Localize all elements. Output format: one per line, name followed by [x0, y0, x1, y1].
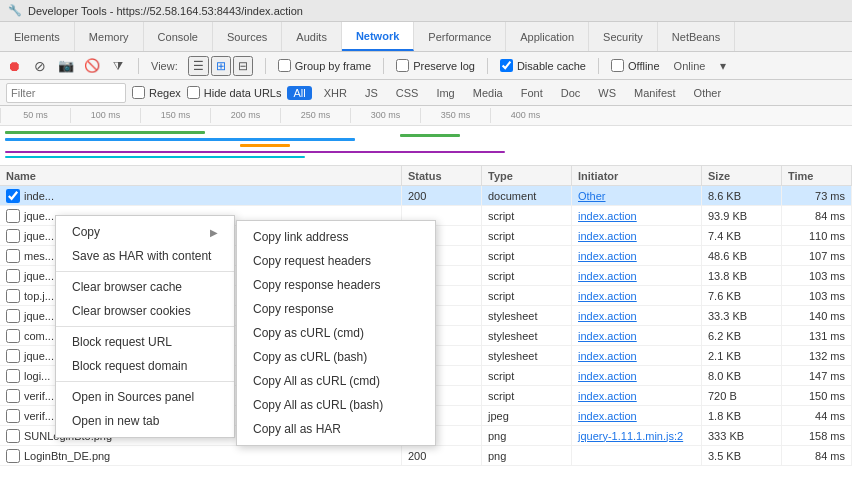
row-name: jque...: [24, 230, 54, 242]
tab-elements[interactable]: Elements: [0, 22, 75, 51]
filter-other[interactable]: Other: [688, 86, 728, 100]
row-checkbox[interactable]: [6, 289, 20, 303]
ctx-copy-curl-bash[interactable]: Copy as cURL (bash): [237, 345, 435, 369]
ctx-block-domain[interactable]: Block request domain: [56, 354, 234, 378]
th-type: Type: [482, 166, 572, 185]
list-view-btn[interactable]: ☰: [188, 56, 209, 76]
th-initiator: Initiator: [572, 166, 702, 185]
tab-application[interactable]: Application: [506, 22, 589, 51]
td-time: 73 ms: [782, 186, 852, 205]
offline-checkbox[interactable]: [611, 59, 624, 72]
tab-security[interactable]: Security: [589, 22, 658, 51]
ctx-copy-response[interactable]: Copy response: [237, 297, 435, 321]
tab-console[interactable]: Console: [144, 22, 213, 51]
td-initiator[interactable]: index.action: [572, 366, 702, 385]
row-checkbox[interactable]: [6, 249, 20, 263]
td-name: LoginBtn_DE.png: [0, 446, 402, 465]
td-initiator[interactable]: index.action: [572, 246, 702, 265]
filter-font[interactable]: Font: [515, 86, 549, 100]
tab-audits[interactable]: Audits: [282, 22, 342, 51]
ctx-clear-cache[interactable]: Clear browser cache: [56, 275, 234, 299]
td-initiator[interactable]: index.action: [572, 266, 702, 285]
ctx-open-tab[interactable]: Open in new tab: [56, 409, 234, 433]
ctx-copy-all-curl-bash[interactable]: Copy All as cURL (bash): [237, 393, 435, 417]
preserve-log-label: Preserve log: [413, 60, 475, 72]
clear-button[interactable]: 🚫: [84, 58, 100, 74]
tick-6: 300 ms: [350, 108, 420, 123]
td-initiator[interactable]: index.action: [572, 306, 702, 325]
row-checkbox[interactable]: [6, 349, 20, 363]
filter-css[interactable]: CSS: [390, 86, 425, 100]
ctx-open-sources[interactable]: Open in Sources panel: [56, 385, 234, 409]
table-row[interactable]: LoginBtn_DE.png 200 png 3.5 KB 84 ms: [0, 446, 852, 466]
table-row[interactable]: inde... 200 document Other 8.6 KB 73 ms: [0, 186, 852, 206]
filter-button[interactable]: ⧩: [110, 58, 126, 74]
row-checkbox[interactable]: [6, 429, 20, 443]
td-type: script: [482, 206, 572, 225]
td-initiator[interactable]: index.action: [572, 226, 702, 245]
devtools-icon: 🔧: [8, 4, 22, 17]
row-checkbox[interactable]: [6, 309, 20, 323]
filter-input[interactable]: [6, 83, 126, 103]
ctx-copy[interactable]: Copy ▶: [56, 220, 234, 244]
group-frame-checkbox[interactable]: [278, 59, 291, 72]
td-initiator[interactable]: index.action: [572, 406, 702, 425]
td-type: script: [482, 286, 572, 305]
ctx-copy-res-headers[interactable]: Copy response headers: [237, 273, 435, 297]
row-checkbox[interactable]: [6, 229, 20, 243]
tab-sources[interactable]: Sources: [213, 22, 282, 51]
row-checkbox[interactable]: [6, 269, 20, 283]
filter-img[interactable]: Img: [430, 86, 460, 100]
ctx-copy-link[interactable]: Copy link address: [237, 225, 435, 249]
td-type: stylesheet: [482, 326, 572, 345]
timeline-ruler: 50 ms 100 ms 150 ms 200 ms 250 ms 300 ms…: [0, 106, 852, 126]
context-menu: Copy ▶ Copy link address Copy request he…: [55, 215, 235, 438]
row-checkbox[interactable]: [6, 209, 20, 223]
detail-view-btn[interactable]: ⊟: [233, 56, 253, 76]
row-checkbox[interactable]: [6, 369, 20, 383]
td-initiator[interactable]: index.action: [572, 206, 702, 225]
filter-ws[interactable]: WS: [592, 86, 622, 100]
row-checkbox[interactable]: [6, 449, 20, 463]
preserve-log-checkbox[interactable]: [396, 59, 409, 72]
ctx-copy-req-headers[interactable]: Copy request headers: [237, 249, 435, 273]
tab-netbeans[interactable]: NetBeans: [658, 22, 735, 51]
hide-urls-checkbox[interactable]: [187, 86, 200, 99]
row-checkbox[interactable]: [6, 409, 20, 423]
throttle-dropdown-btn[interactable]: ▾: [715, 58, 731, 74]
td-initiator[interactable]: index.action: [572, 286, 702, 305]
ctx-clear-cookies[interactable]: Clear browser cookies: [56, 299, 234, 323]
row-name: LoginBtn_DE.png: [24, 450, 110, 462]
row-checkbox[interactable]: [6, 329, 20, 343]
td-initiator[interactable]: jquery-1.11.1.min.js:2: [572, 426, 702, 445]
ctx-copy-label: Copy: [72, 225, 100, 239]
ctx-copy-all-har[interactable]: Copy all as HAR: [237, 417, 435, 441]
ctx-copy-curl-cmd[interactable]: Copy as cURL (cmd): [237, 321, 435, 345]
tab-performance[interactable]: Performance: [414, 22, 506, 51]
filter-all[interactable]: All: [287, 86, 311, 100]
filter-media[interactable]: Media: [467, 86, 509, 100]
td-initiator[interactable]: index.action: [572, 326, 702, 345]
stop-button[interactable]: ⊘: [32, 58, 48, 74]
filter-js[interactable]: JS: [359, 86, 384, 100]
td-initiator[interactable]: Other: [572, 186, 702, 205]
ctx-copy-all-curl-cmd[interactable]: Copy All as cURL (cmd): [237, 369, 435, 393]
td-initiator[interactable]: index.action: [572, 346, 702, 365]
td-initiator[interactable]: index.action: [572, 386, 702, 405]
ctx-open-tab-label: Open in new tab: [72, 414, 159, 428]
filter-manifest[interactable]: Manifest: [628, 86, 682, 100]
regex-checkbox[interactable]: [132, 86, 145, 99]
grid-view-btn[interactable]: ⊞: [211, 56, 231, 76]
toolbar-sep3: [383, 58, 384, 74]
ctx-block-url[interactable]: Block request URL: [56, 330, 234, 354]
tab-memory[interactable]: Memory: [75, 22, 144, 51]
filter-doc[interactable]: Doc: [555, 86, 587, 100]
record-button[interactable]: ⏺: [6, 58, 22, 74]
disable-cache-checkbox[interactable]: [500, 59, 513, 72]
row-checkbox[interactable]: [6, 189, 20, 203]
camera-button[interactable]: 📷: [58, 58, 74, 74]
filter-xhr[interactable]: XHR: [318, 86, 353, 100]
ctx-save-har[interactable]: Save as HAR with content: [56, 244, 234, 268]
row-checkbox[interactable]: [6, 389, 20, 403]
tab-network[interactable]: Network: [342, 22, 414, 51]
